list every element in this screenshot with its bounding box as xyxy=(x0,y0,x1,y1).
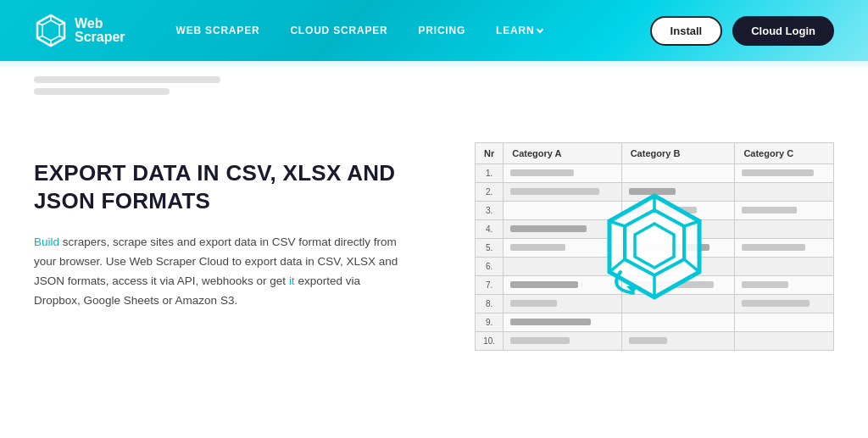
logo-web: Web xyxy=(75,17,125,30)
main-nav: WEB SCRAPER CLOUD SCRAPER PRICING LEARN xyxy=(176,25,650,36)
main-header: Web Scraper WEB SCRAPER CLOUD SCRAPER PR… xyxy=(0,0,868,61)
col-header-b: Category B xyxy=(621,143,735,164)
logo-text: Web Scraper xyxy=(75,17,125,44)
col-header-c: Category C xyxy=(735,143,834,164)
logo[interactable]: Web Scraper xyxy=(34,14,125,47)
table-illustration: Nr Category A Category B Category C 1. 2… xyxy=(475,142,834,351)
logo-scraper: Scraper xyxy=(75,30,125,44)
desc-highlight-2: it xyxy=(289,274,295,287)
main-content: EXPORT DATA IN CSV, XLSX AND JSON FORMAT… xyxy=(0,108,868,402)
nav-web-scraper[interactable]: WEB SCRAPER xyxy=(176,25,260,36)
svg-marker-1 xyxy=(42,20,59,41)
col-header-nr: Nr xyxy=(476,143,504,164)
section-title: EXPORT DATA IN CSV, XLSX AND JSON FORMAT… xyxy=(34,159,407,214)
nav-learn[interactable]: LEARN xyxy=(496,25,542,36)
nav-cloud-scraper[interactable]: CLOUD SCRAPER xyxy=(290,25,387,36)
col-header-a: Category A xyxy=(504,143,621,164)
nav-pricing[interactable]: PRICING xyxy=(418,25,465,36)
chevron-down-icon xyxy=(537,26,543,33)
desc-highlight-1: Build xyxy=(34,236,59,248)
text-section: EXPORT DATA IN CSV, XLSX AND JSON FORMAT… xyxy=(34,142,407,311)
header-buttons: Install Cloud Login xyxy=(650,16,834,46)
cloud-login-button[interactable]: Cloud Login xyxy=(732,16,834,46)
logo-icon xyxy=(34,14,68,47)
install-button[interactable]: Install xyxy=(650,16,723,46)
section-description: Build scrapers, scrape sites and export … xyxy=(34,233,407,311)
breadcrumb-line-2 xyxy=(34,88,170,95)
table-row: 9. xyxy=(476,313,834,332)
logo-overlay-icon xyxy=(599,191,709,302)
svg-marker-10 xyxy=(635,224,674,268)
breadcrumb-line-1 xyxy=(34,76,220,83)
table-row: 10. xyxy=(476,332,834,351)
table-row: 1. xyxy=(476,164,834,183)
